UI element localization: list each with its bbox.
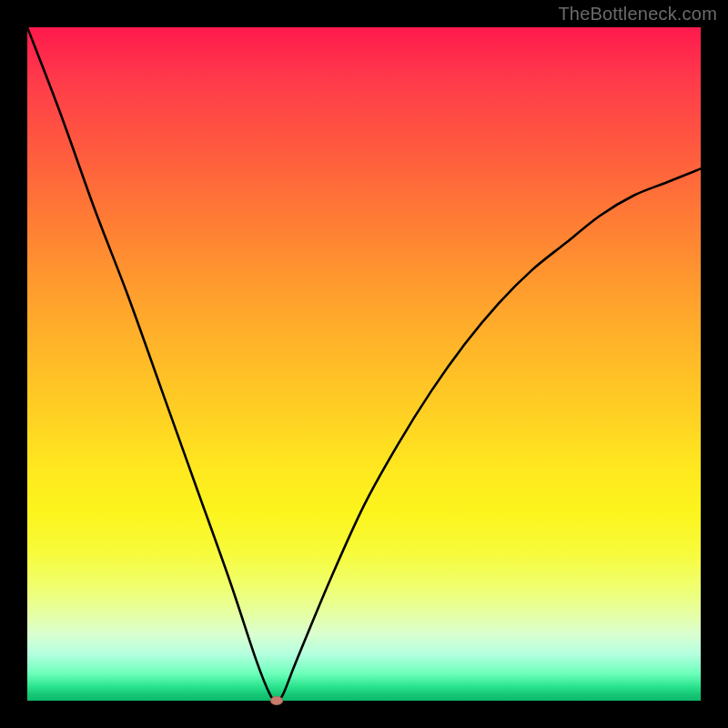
plot-area — [27, 27, 701, 701]
optimal-marker — [270, 696, 283, 705]
watermark-text: TheBottleneck.com — [558, 4, 717, 25]
bottleneck-curve — [27, 27, 701, 701]
chart-frame: TheBottleneck.com — [0, 0, 728, 728]
curve-svg — [27, 27, 701, 701]
